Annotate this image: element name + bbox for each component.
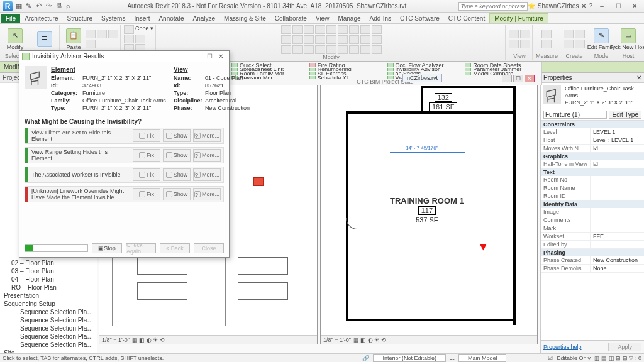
- app-title: Autodesk Revit 2018.3 - Not For Resale V…: [75, 3, 458, 9]
- show-button[interactable]: Show: [163, 188, 191, 200]
- tab-manage[interactable]: Manage: [333, 14, 365, 23]
- reason-row: The Associated Workset Is InvisibleFixSh…: [25, 167, 224, 183]
- status-bar: Click to select, TAB for alternates, CTR…: [0, 353, 644, 362]
- show-button[interactable]: Show: [163, 129, 191, 142]
- modify-tool-button[interactable]: ↖Modify: [4, 28, 26, 50]
- back-button[interactable]: < Back: [160, 243, 190, 253]
- check-again-button[interactable]: Check Again: [126, 243, 156, 253]
- pick-new-host-button[interactable]: ▭Pick New Host: [618, 28, 639, 50]
- more-button[interactable]: ?More...: [193, 149, 221, 162]
- selected-chair-icon: [253, 177, 264, 186]
- title-bar: R ▦✎↶↷🖶⌕ Autodesk Revit 2018.3 - Not For…: [0, 0, 644, 13]
- edit-family-button[interactable]: ✎Edit Family: [591, 28, 612, 50]
- signin-user[interactable]: ShawnCZirbes: [538, 3, 579, 9]
- view-control-bar-2[interactable]: 1/8" = 1'-0"▦ ◧ ◐ ☀ ⟲: [321, 335, 537, 344]
- view-control-bar-1[interactable]: 1/8" = 1'-0"▦ ◧ ◐ ☀ ⟲: [99, 335, 317, 344]
- clipboard-small-buttons[interactable]: [86, 30, 118, 48]
- panel-mode: ✎Edit Family Mode: [589, 25, 614, 60]
- view-window-2[interactable]: nCZirbes.rvt –☐✕ 14' - 7 45/176" 132: [320, 73, 538, 344]
- panel-host: ▭Pick New Host Host: [616, 25, 641, 60]
- properties-grid[interactable]: ConstraintsLevelLEVEL 1HostLevel : LEVEL…: [541, 121, 644, 340]
- mdi-window-buttons[interactable]: –☐✕: [502, 75, 535, 82]
- quick-access-toolbar[interactable]: ▦✎↶↷🖶⌕: [15, 2, 75, 11]
- ribbon-tabs: File Architecture Structure Systems Inse…: [0, 13, 644, 24]
- tab-architecture[interactable]: Architecture: [20, 14, 62, 23]
- properties-help-link[interactable]: Properties help: [543, 344, 582, 350]
- fix-button[interactable]: Fix: [133, 188, 160, 200]
- tab-analyze[interactable]: Analyze: [188, 14, 219, 23]
- reason-row: View Filters Are Set to Hide this Elemen…: [25, 128, 224, 144]
- fix-button[interactable]: Fix: [133, 129, 160, 142]
- modify-tools[interactable]: [281, 25, 382, 54]
- type-preview-icon: [543, 85, 561, 104]
- cursor-icon: [480, 241, 489, 251]
- fix-button[interactable]: Fix: [133, 149, 160, 162]
- help-search-input[interactable]: [458, 2, 528, 11]
- close-button[interactable]: ✕: [628, 2, 641, 11]
- dialog-app-icon: [22, 53, 30, 60]
- help-icon[interactable]: ?: [589, 3, 592, 9]
- infocenter-icon[interactable]: ⭐: [528, 3, 535, 9]
- tab-systems[interactable]: Systems: [97, 14, 130, 23]
- tab-insert[interactable]: Insert: [130, 14, 154, 23]
- apply-button[interactable]: Apply: [608, 343, 641, 351]
- invisibility-advisor-dialog[interactable]: Invisibility Advisor Results – ☐ ✕ Eleme…: [19, 50, 230, 258]
- type-selector[interactable]: Furniture (1): [543, 111, 607, 119]
- design-option[interactable]: Main Model: [458, 354, 507, 362]
- ctc-addin-panel: Quick Select Fire Rating Occ. Flow Analy…: [228, 62, 542, 85]
- tab-structure[interactable]: Structure: [62, 14, 97, 23]
- active-workset[interactable]: Interior (Not Editable): [373, 354, 446, 362]
- view2-tab[interactable]: nCZirbes.rvt: [402, 74, 442, 82]
- paste-button[interactable]: 📋Paste: [63, 28, 84, 50]
- tab-ctcsoftware[interactable]: CTC Software: [396, 14, 444, 23]
- exchange-icon[interactable]: ✕: [581, 3, 586, 9]
- more-button[interactable]: ?More...: [193, 188, 221, 200]
- tab-massing[interactable]: Massing & Site: [219, 14, 270, 23]
- progress-bar: [25, 244, 88, 252]
- tab-addins[interactable]: Add-Ins: [365, 14, 396, 23]
- tab-modify-furniture[interactable]: Modify | Furniture: [489, 13, 548, 23]
- properties-close-icon[interactable]: ✕: [636, 74, 641, 81]
- stop-button[interactable]: ▣ Stop: [92, 243, 122, 253]
- panel-create: Create: [562, 25, 587, 60]
- element-preview-icon: [25, 66, 47, 89]
- tab-annotate[interactable]: Annotate: [154, 14, 188, 23]
- revit-app-icon[interactable]: R: [3, 1, 13, 11]
- show-button[interactable]: Show: [163, 168, 191, 181]
- properties-palette[interactable]: Properties✕ Office Furniture_Chair-Task …: [540, 73, 644, 353]
- tab-collaborate[interactable]: Collaborate: [270, 14, 311, 23]
- dialog-minimize-button[interactable]: –: [192, 53, 204, 60]
- reason-row: View Range Setting Hides this ElementFix…: [25, 147, 224, 163]
- dialog-maximize-button[interactable]: ☐: [204, 53, 215, 60]
- reason-row: [Unknown] Linework Overrides Might Have …: [25, 186, 224, 202]
- close-dialog-button[interactable]: Close: [194, 243, 224, 253]
- maximize-button[interactable]: ☐: [611, 2, 625, 11]
- panel-view: View: [507, 25, 533, 60]
- properties-button[interactable]: ☰: [34, 31, 55, 47]
- more-button[interactable]: ?More...: [193, 168, 221, 181]
- cope-button[interactable]: Cope ▾: [124, 25, 153, 34]
- panel-measure: Measure: [534, 25, 560, 60]
- fix-button[interactable]: Fix: [133, 168, 160, 181]
- tab-ctccontent[interactable]: CTC Content: [444, 14, 489, 23]
- tab-file[interactable]: File: [1, 14, 20, 23]
- more-button[interactable]: ?More...: [193, 129, 221, 142]
- tab-view[interactable]: View: [311, 14, 334, 23]
- edit-type-button[interactable]: Edit Type: [609, 111, 641, 119]
- minimize-button[interactable]: –: [595, 2, 609, 11]
- dialog-close-button[interactable]: ✕: [215, 53, 226, 60]
- show-button[interactable]: Show: [163, 149, 191, 162]
